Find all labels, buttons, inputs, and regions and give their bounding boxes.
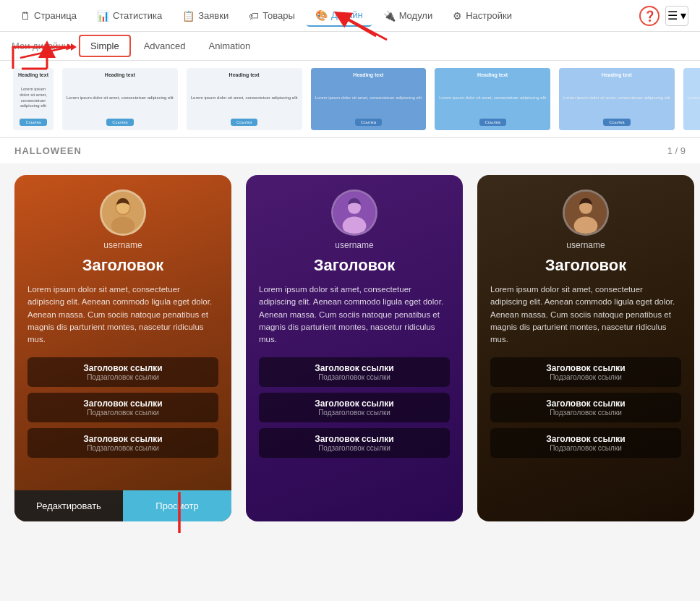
templates-row: Heading text Lorem ipsum dolor sit amet,… <box>0 61 700 138</box>
nav-page-label: Страница <box>34 10 77 21</box>
card-username-2: username <box>259 240 450 250</box>
nav-design[interactable]: 🎨 Дизайн <box>307 5 372 27</box>
card-title-3: Заголовок <box>490 256 681 275</box>
top-nav: 🗒 Страница 📊 Статистика 📋 Заявки 🏷 Товар… <box>0 0 700 32</box>
card-link-3-1[interactable]: Заголовок ссылки Подзаголовок ссылки <box>490 357 681 387</box>
nav-design-label: Дизайн <box>331 9 363 20</box>
svg-point-6 <box>343 216 367 234</box>
template-thumb-1[interactable]: Heading text Lorem ipsum dolor sit amet,… <box>61 67 179 132</box>
card-link-3-3[interactable]: Заголовок ссылки Подзаголовок ссылки <box>490 428 681 458</box>
card-link-1-2[interactable]: Заголовок ссылки Подзаголовок ссылки <box>27 393 218 422</box>
nav-products-label: Товары <box>262 10 295 21</box>
tab-advanced[interactable]: Advanced <box>134 36 196 56</box>
card-link-1-3[interactable]: Заголовок ссылки Подзаголовок ссылки <box>27 428 218 458</box>
avatar-3 <box>563 189 609 236</box>
help-button[interactable]: ❓ <box>639 6 660 26</box>
template-thumb-4[interactable]: Heading text Lorem ipsum dolor sit amet,… <box>433 67 552 132</box>
nav-stats[interactable]: 📊 Статистика <box>88 6 171 26</box>
design-card-3: username Заголовок Lorem ipsum dolor sit… <box>477 175 694 521</box>
section-title: HALLOWEEN <box>14 145 82 156</box>
card-link-3-2[interactable]: Заголовок ссылки Подзаголовок ссылки <box>490 393 681 422</box>
edit-button-1[interactable]: Редактировать <box>14 490 123 521</box>
avatar-2 <box>331 189 377 236</box>
card-username-3: username <box>490 240 681 250</box>
orders-icon: 📋 <box>182 10 195 22</box>
preview-button-1[interactable]: Просмотр <box>123 490 231 521</box>
card-title-2: Заголовок <box>259 256 450 275</box>
tab-animation[interactable]: Animation <box>198 36 260 56</box>
products-icon: 🏷 <box>249 10 259 22</box>
edit-button-2[interactable]: Редактировать <box>246 490 354 521</box>
nav-products[interactable]: 🏷 Товары <box>240 6 304 26</box>
settings-icon: ⚙ <box>453 10 462 22</box>
stats-icon: 📊 <box>97 10 109 22</box>
nav-page[interactable]: 🗒 Страница <box>12 6 85 26</box>
card-footer-1: Редактировать Просмотр <box>14 490 231 521</box>
nav-orders[interactable]: 📋 Заявки <box>174 6 237 26</box>
template-thumb-5[interactable]: Heading text Lorem ipsum dolor sit amet,… <box>558 67 676 132</box>
card-body-1: Lorem ipsum dolor sit amet, consectetuer… <box>27 284 218 346</box>
design-card-1: username Заголовок Lorem ipsum dolor sit… <box>14 175 231 521</box>
cards-area: username Заголовок Lorem ipsum dolor sit… <box>0 163 700 533</box>
template-thumb-6[interactable]: Heading text Lorem ipsum dolor sit amet,… <box>682 67 700 132</box>
section-pagination: 1 / 9 <box>667 145 686 156</box>
edit-button-3[interactable]: Редактировать <box>477 490 586 521</box>
nav-modules-label: Модули <box>399 10 433 21</box>
template-thumb-2[interactable]: Heading text Lorem ipsum dolor sit amet,… <box>185 67 304 132</box>
preview-button-3[interactable]: Просмотр <box>586 490 694 521</box>
card-link-2-2[interactable]: Заголовок ссылки Подзаголовок ссылки <box>259 393 450 422</box>
card-title-1: Заголовок <box>27 256 218 275</box>
nav-modules[interactable]: 🔌 Модули <box>375 6 442 26</box>
svg-point-2 <box>111 216 135 234</box>
design-icon: 🎨 <box>315 9 328 21</box>
my-designs-label: Мои дизайны <box>12 41 70 51</box>
page-icon: 🗒 <box>20 10 30 22</box>
card-body-2: Lorem ipsum dolor sit amet, consectetuer… <box>259 284 450 346</box>
tab-simple[interactable]: Simple <box>79 35 131 57</box>
svg-point-9 <box>574 216 598 234</box>
section-header: HALLOWEEN 1 / 9 <box>0 138 700 163</box>
card-link-1-1[interactable]: Заголовок ссылки Подзаголовок ссылки <box>27 357 218 387</box>
modules-icon: 🔌 <box>383 10 396 22</box>
design-card-2: username Заголовок Lorem ipsum dolor sit… <box>246 175 463 521</box>
sub-tabs-bar: Мои дизайны Simple Advanced Animation <box>0 32 700 61</box>
template-thumb-3[interactable]: Heading text Lorem ipsum dolor sit amet,… <box>310 67 428 132</box>
card-link-2-1[interactable]: Заголовок ссылки Подзаголовок ссылки <box>259 357 450 387</box>
card-link-2-3[interactable]: Заголовок ссылки Подзаголовок ссылки <box>259 428 450 458</box>
preview-button-2[interactable]: Просмотр <box>354 490 463 521</box>
card-username-1: username <box>27 240 218 250</box>
nav-settings-label: Настройки <box>466 10 512 21</box>
template-thumb-0[interactable]: Heading text Lorem ipsum dolor sit amet,… <box>12 67 55 132</box>
menu-button[interactable]: ☰ ▾ <box>665 6 688 26</box>
nav-orders-label: Заявки <box>198 10 229 21</box>
card-body-3: Lorem ipsum dolor sit amet, consectetuer… <box>490 284 681 346</box>
avatar-1 <box>100 189 146 236</box>
nav-settings[interactable]: ⚙ Настройки <box>444 6 521 26</box>
nav-right-section: ❓ ☰ ▾ <box>639 6 688 26</box>
nav-stats-label: Статистика <box>113 10 162 21</box>
